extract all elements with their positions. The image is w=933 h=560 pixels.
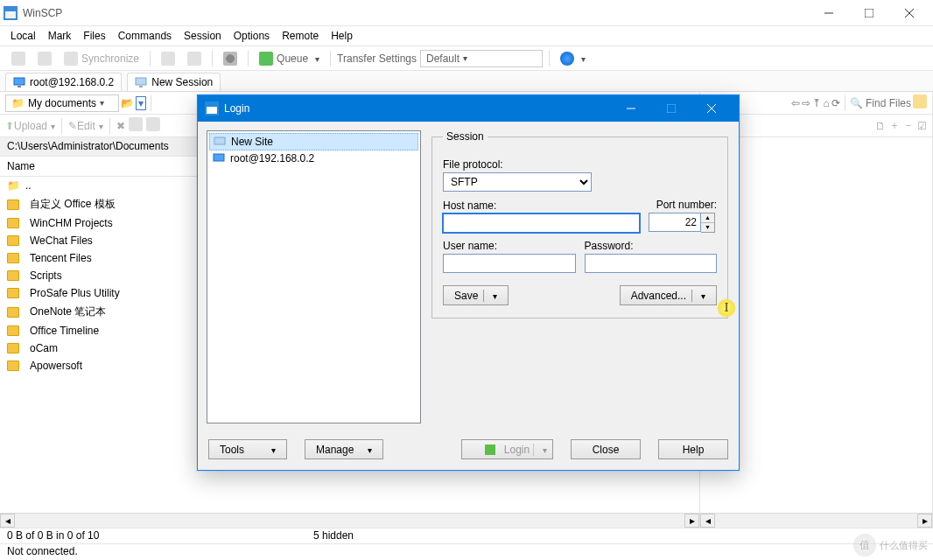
- site-item[interactable]: New Site: [209, 133, 418, 150]
- dialog-close-button[interactable]: [691, 95, 732, 122]
- maximize-button[interactable]: [849, 0, 889, 26]
- separator: [845, 95, 845, 111]
- edit-button[interactable]: ✎Edit: [68, 120, 103, 132]
- scroll-left-icon[interactable]: ◂: [0, 514, 15, 528]
- menu-mark[interactable]: Mark: [43, 28, 77, 44]
- filter-icon[interactable]: ▾: [136, 97, 146, 109]
- host-name-input[interactable]: [443, 214, 640, 233]
- file-protocol-select[interactable]: SFTP: [443, 172, 592, 192]
- window-title: WinSCP: [23, 7, 62, 19]
- site-item[interactable]: root@192.168.0.2: [209, 150, 418, 166]
- separator: [150, 51, 151, 66]
- menu-commands[interactable]: Commands: [113, 28, 177, 44]
- synchronize-button[interactable]: Synchronize: [60, 49, 144, 68]
- dialog-title: Login: [224, 102, 249, 115]
- tb-icon-1[interactable]: [7, 49, 30, 68]
- menu-files[interactable]: Files: [78, 28, 110, 44]
- manage-button[interactable]: Manage: [305, 439, 383, 459]
- find-files-button[interactable]: 🔍 Find Files: [850, 97, 911, 109]
- session-legend: Session: [443, 130, 488, 143]
- props-icon[interactable]: [129, 117, 143, 134]
- tb-icon-4[interactable]: [183, 49, 206, 68]
- advanced-button[interactable]: Advanced...: [620, 285, 717, 305]
- nav-home-icon[interactable]: ⌂: [823, 97, 829, 109]
- watermark-icon: 值: [853, 534, 876, 556]
- login-label: Login: [504, 444, 530, 456]
- tb-globe[interactable]: [556, 49, 590, 68]
- folder-icon: [7, 307, 19, 318]
- chevron-down-icon[interactable]: [691, 290, 705, 302]
- port-number-input[interactable]: [649, 213, 701, 232]
- manage-label: Manage: [316, 444, 354, 456]
- refresh-icon[interactable]: ⟳: [831, 97, 840, 109]
- misc-icon[interactable]: [913, 94, 927, 111]
- misc-icon[interactable]: [146, 117, 160, 134]
- h-scrollbar[interactable]: ◂ ▸: [0, 513, 699, 528]
- delete-icon[interactable]: ✖: [116, 120, 125, 132]
- folder-icon: [7, 343, 19, 354]
- h-scrollbar[interactable]: ◂ ▸: [700, 513, 932, 528]
- folder-icon: [11, 97, 28, 109]
- host-name-label: Host name:: [443, 200, 640, 212]
- close-dialog-button[interactable]: Close: [571, 439, 641, 459]
- chevron-down-icon[interactable]: [483, 290, 497, 302]
- svg-rect-3: [865, 9, 873, 18]
- find-files-label: Find Files: [866, 97, 911, 109]
- svg-rect-6: [14, 78, 25, 85]
- tb-gear[interactable]: [219, 49, 242, 68]
- scroll-left-icon[interactable]: ◂: [700, 514, 715, 528]
- saved-sites-list[interactable]: New Site root@192.168.0.2: [207, 130, 421, 424]
- close-button[interactable]: [889, 0, 929, 26]
- list-label: oCam: [30, 342, 58, 354]
- menu-help[interactable]: Help: [326, 28, 358, 44]
- transfer-settings-dropdown[interactable]: Default: [420, 50, 543, 67]
- help-label: Help: [683, 444, 705, 456]
- separator: [549, 51, 550, 66]
- dialog-titlebar[interactable]: Login: [198, 95, 739, 122]
- scroll-right-icon[interactable]: ▸: [917, 514, 932, 528]
- save-label: Save: [454, 290, 478, 302]
- dialog-minimize-button[interactable]: [611, 95, 651, 122]
- local-drive-dropdown[interactable]: My documents: [5, 94, 119, 112]
- new-icon[interactable]: 🗋: [875, 120, 886, 132]
- scroll-right-icon[interactable]: ▸: [684, 514, 699, 528]
- tb-icon-3[interactable]: [157, 49, 179, 68]
- minus-icon[interactable]: －: [903, 118, 914, 133]
- minimize-button[interactable]: [809, 0, 849, 26]
- port-spinner[interactable]: ▲ ▼: [701, 213, 715, 233]
- login-dialog: Login New Site root@192.168.0.2 Session …: [197, 94, 740, 471]
- password-input[interactable]: [585, 254, 718, 273]
- check-icon[interactable]: ☑: [917, 120, 927, 132]
- menu-remote[interactable]: Remote: [277, 28, 324, 44]
- folder-icon: [7, 270, 19, 281]
- svg-rect-13: [667, 104, 676, 113]
- new-session-tab[interactable]: New Session: [127, 73, 221, 91]
- tb-icon-2[interactable]: [33, 49, 56, 68]
- list-label: Scripts: [30, 270, 62, 282]
- nav-back-icon[interactable]: ⇦: [791, 97, 800, 109]
- tools-button[interactable]: Tools: [208, 439, 287, 459]
- cursor-highlight: I: [717, 298, 736, 318]
- upload-button[interactable]: ⬆Upload: [5, 120, 55, 132]
- site-label: New Site: [231, 136, 273, 148]
- session-fieldset: Session File protocol: SFTP Host name: P…: [431, 130, 728, 318]
- plus-icon[interactable]: ＋: [889, 118, 900, 133]
- menu-bar: Local Mark Files Commands Session Option…: [0, 26, 933, 46]
- nav-fwd-icon[interactable]: ⇨: [802, 97, 810, 109]
- menu-options[interactable]: Options: [228, 28, 275, 44]
- folder-icon: [7, 253, 19, 263]
- user-name-label: User name:: [443, 240, 576, 252]
- help-button[interactable]: Help: [658, 439, 728, 459]
- open-folder-icon[interactable]: 📂: [121, 97, 134, 109]
- save-button[interactable]: Save: [443, 285, 509, 305]
- menu-local[interactable]: Local: [5, 28, 41, 44]
- folder-icon: [7, 200, 19, 210]
- dialog-maximize-button: [651, 95, 691, 122]
- nav-up-icon[interactable]: ⤒: [812, 97, 821, 109]
- menu-session[interactable]: Session: [179, 28, 227, 44]
- queue-button[interactable]: Queue: [255, 49, 324, 68]
- session-tab-active[interactable]: root@192.168.0.2: [5, 73, 122, 91]
- column-name[interactable]: Name: [7, 160, 35, 172]
- list-label: WinCHM Projects: [30, 217, 113, 229]
- user-name-input[interactable]: [443, 254, 576, 273]
